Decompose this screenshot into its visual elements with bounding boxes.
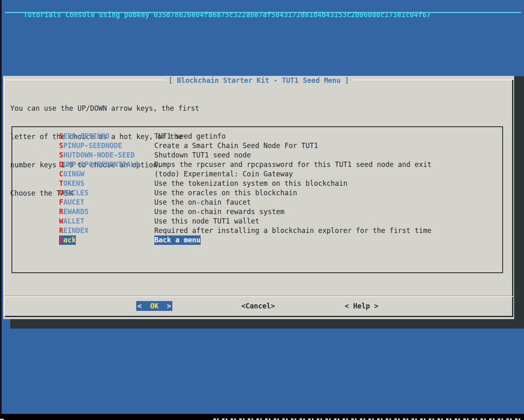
hotkey-letter: B [59,236,63,244]
ok-button[interactable]: < OK > [136,301,172,311]
menu-item-tag[interactable]: Back [59,235,76,245]
menu-item-spinup-seednode[interactable]: SPINUP-SEEDNODECreate a Smart Chain Seed… [12,141,502,151]
dialog-shadow-right [514,76,524,329]
ok-right-bracket: > [167,301,171,311]
menu-item-tokens[interactable]: TOKENSUse the tokenization system on thi… [12,179,502,188]
ok-button-label: OK [142,301,167,311]
menu-item-tag[interactable]: SEED-GETINFO [59,132,110,141]
dialog-title-row: [ Blockchain Starter Kit - TUT1 Seed Men… [3,76,514,84]
hotkey-letter: R [59,208,63,216]
menu-item-wallet[interactable]: WALLETUse this node TUT1 wallet [12,217,502,226]
dialog-border-left [3,76,5,316]
hotkey-letter: S [59,132,63,140]
menu-item-tag-rest: OINGW [63,170,84,178]
hotkey-letter: W [59,217,63,225]
instruction-line: You can use the UP/DOWN arrow keys, the … [10,104,199,113]
menu-item-description: Back a menu [154,235,201,245]
menu-item-tag[interactable]: ORACLES [59,188,89,198]
menu-item-description: Use the on-chain rewards system [154,207,284,217]
hotkey-letter: T [59,179,63,187]
menu-item-tag-rest: PINUP-SEEDNODE [63,142,122,150]
menu-item-tag[interactable]: FAUCET [59,198,84,207]
menu-item-description: Shutdown TUT1 seed node [154,151,251,160]
menu-item-tag[interactable]: REWARDS [59,207,89,217]
menu-item-tag[interactable]: WALLET [59,217,84,226]
menu-item-tag-rest: OKENS [63,179,84,187]
window-left-edge [0,0,2,420]
hotkey-letter: D [59,160,63,169]
dialog-shadow-bottom [10,319,524,329]
menu-item-tag[interactable]: COINGW [59,169,84,179]
dialog-title: [ Blockchain Starter Kit - TUT1 Seed Men… [165,76,352,85]
menu-item-tag[interactable]: SHUTDOWN-NODE-SEED [59,151,135,160]
ok-left-bracket: < [137,301,142,311]
hotkey-letter: O [59,189,63,197]
menu-item-back[interactable]: BackBack a menu [12,235,502,245]
menu-item-description: Use this node TUT1 wallet [154,217,259,226]
menu-list[interactable]: SEED-GETINFOTUT1 seed getinfoSPINUP-SEED… [11,126,503,273]
dialog-border-right [512,80,513,317]
menu-item-description: Use the on-chain faucet [154,198,251,207]
menu-item-tag-rest: EINDEX [63,226,88,235]
terminal-title-bar: Tutorials Console using pubkey 035d78626… [7,1,431,10]
menu-item-tag[interactable]: SPINUP-SEEDNODE [59,141,122,151]
title-underline [5,12,521,13]
dialog-border-bottom [5,316,513,317]
menu-item-description: Use the tokenization system on this bloc… [154,179,348,188]
menu-item-tag-rest: AUCET [63,198,84,206]
menu-item-description: (todo) Experimental: Coin Gateway [154,169,293,179]
menu-item-tag-rest: RACLES [63,189,88,197]
menu-item-description: Use the oracles on this blockchain [154,188,297,198]
terminal-screen: Tutorials Console using pubkey 035d78626… [0,0,524,420]
dialog-window: [ Blockchain Starter Kit - TUT1 Seed Men… [3,76,514,319]
hotkey-letter: R [59,226,63,235]
menu-item-seed-getinfo[interactable]: SEED-GETINFOTUT1 seed getinfo [12,132,502,141]
menu-item-tag-rest: ALLET [63,217,84,225]
menu-item-tag-rest: EWARDS [63,208,88,216]
menu-item-tag-rest: EED-GETINFO [63,132,110,140]
menu-item-description: Required after installing a blockchain e… [154,226,432,235]
menu-item-tag[interactable]: REINDEX [59,226,89,235]
menu-item-tag[interactable]: TOKENS [59,179,84,188]
menu-item-tag-rest: ack [63,236,76,244]
hotkey-letter: C [59,170,63,178]
menu-item-tag[interactable]: DUMP-RPCCREDENTIALS [59,160,139,169]
menu-item-reindex[interactable]: REINDEXRequired after installing a block… [12,226,502,235]
status-bar [0,414,524,420]
button-separator [4,296,513,297]
menu-item-coingw[interactable]: COINGW(todo) Experimental: Coin Gateway [12,169,502,179]
menu-item-rewards[interactable]: REWARDSUse the on-chain rewards system [12,207,502,217]
menu-item-description: Dumps the rpcuser and rpcpassword for th… [154,160,432,169]
menu-item-shutdown-node-seed[interactable]: SHUTDOWN-NODE-SEEDShutdown TUT1 seed nod… [12,151,502,160]
help-button[interactable]: < Help > [343,301,380,311]
menu-item-description: Create a Smart Chain Seed Node For TUT1 [154,141,318,151]
menu-item-description: TUT1 seed getinfo [154,132,226,141]
hotkey-letter: S [59,142,63,150]
menu-item-faucet[interactable]: FAUCETUse the on-chain faucet [12,198,502,207]
hotkey-letter: S [59,151,63,159]
menu-item-dump-rpccredentials[interactable]: DUMP-RPCCREDENTIALSDumps the rpcuser and… [12,160,502,169]
menu-item-oracles[interactable]: ORACLESUse the oracles on this blockchai… [12,188,502,198]
status-bar-clipped-text [213,418,522,420]
hotkey-letter: F [59,198,63,206]
cancel-button[interactable]: <Cancel> [240,301,276,311]
menu-item-tag-rest: UMP-RPCCREDENTIALS [63,160,139,169]
menu-item-tag-rest: HUTDOWN-NODE-SEED [63,151,135,159]
